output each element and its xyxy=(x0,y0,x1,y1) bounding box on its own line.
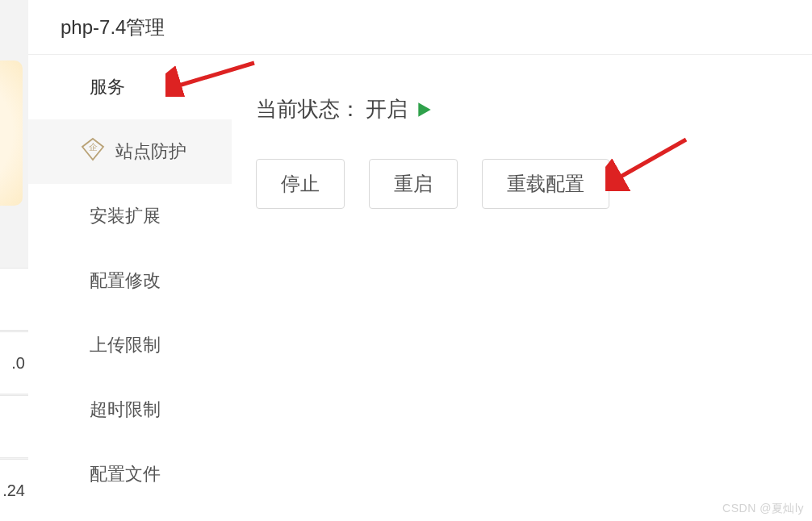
background-avatar-edge xyxy=(0,60,23,206)
status-value: 开启 xyxy=(366,95,408,123)
modal-header: php-7.4管理 xyxy=(28,0,812,55)
stop-button[interactable]: 停止 xyxy=(256,159,345,209)
diamond-enterprise-icon: 企 xyxy=(80,136,106,167)
sidebar-item-config-file[interactable]: 配置文件 xyxy=(28,442,232,506)
background-row: .24 xyxy=(0,459,28,521)
sidebar: 服务 企 站点防护 安装扩展 配置修改 上传限制 xyxy=(28,55,232,521)
sidebar-item-timeout-limit[interactable]: 超时限制 xyxy=(28,377,232,442)
reload-config-button[interactable]: 重载配置 xyxy=(482,159,609,209)
sidebar-item-label: 安装扩展 xyxy=(90,204,161,228)
sidebar-item-upload-limit[interactable]: 上传限制 xyxy=(28,313,232,377)
sidebar-item-label: 配置修改 xyxy=(90,269,161,293)
button-row: 停止 重启 重载配置 xyxy=(256,159,788,209)
background-row-value: .0 xyxy=(11,354,25,373)
restart-button[interactable]: 重启 xyxy=(369,159,458,209)
play-running-icon xyxy=(416,101,433,119)
background-row: .0 xyxy=(0,331,28,394)
svg-text:企: 企 xyxy=(89,142,98,152)
background-strip: .0 .24 xyxy=(0,0,28,521)
content-panel: 当前状态： 开启 停止 重启 重载配置 xyxy=(232,55,812,521)
sidebar-item-service[interactable]: 服务 xyxy=(28,55,232,119)
sidebar-item-label: 超时限制 xyxy=(90,398,161,422)
background-row-value: .24 xyxy=(2,481,25,500)
sidebar-item-install-extension[interactable]: 安装扩展 xyxy=(28,184,232,248)
sidebar-item-config-modify[interactable]: 配置修改 xyxy=(28,248,232,313)
php-manage-modal: php-7.4管理 服务 企 站点防护 安装扩展 配置修改 xyxy=(28,0,812,521)
sidebar-item-label: 上传限制 xyxy=(90,333,161,357)
status-row: 当前状态： 开启 xyxy=(256,95,788,123)
watermark: CSDN @夏灿ly xyxy=(722,502,804,516)
sidebar-item-label: 站点防护 xyxy=(115,140,186,164)
background-row xyxy=(0,395,28,458)
background-row xyxy=(0,268,28,331)
sidebar-item-label: 服务 xyxy=(90,75,125,99)
status-label: 当前状态： xyxy=(256,95,361,123)
modal-body: 服务 企 站点防护 安装扩展 配置修改 上传限制 xyxy=(28,55,812,521)
sidebar-item-site-protection[interactable]: 企 站点防护 xyxy=(28,119,232,184)
sidebar-item-label: 配置文件 xyxy=(90,462,161,486)
modal-title: php-7.4管理 xyxy=(61,15,165,40)
